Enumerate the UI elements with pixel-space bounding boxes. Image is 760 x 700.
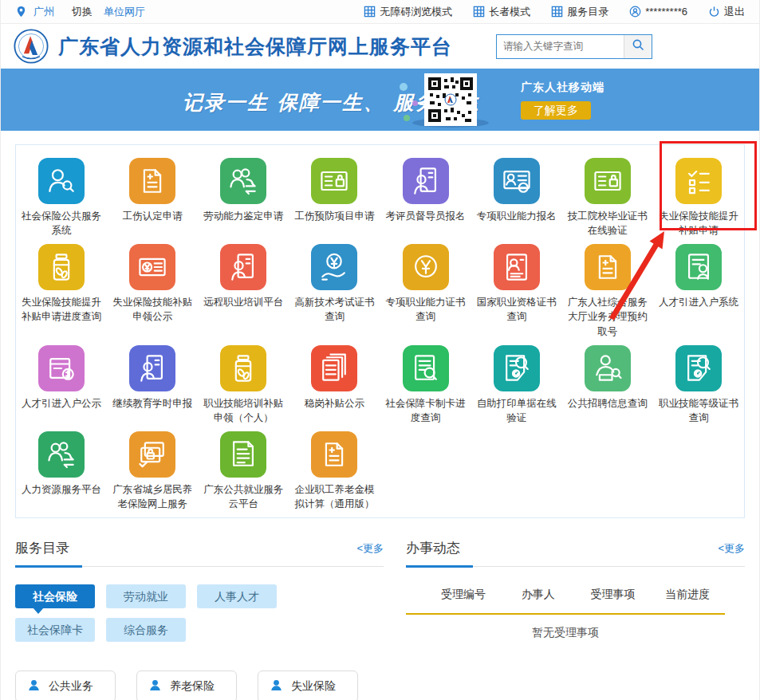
catalog-buttons: 公共业务养老保险失业保险工伤保险 [15,671,390,700]
service-tile[interactable]: 社会保险公共服务系统 [16,153,107,239]
service-tile[interactable]: 广东人社综合服务大厅业务办理预约取号 [562,239,653,340]
service-tile[interactable]: 远程职业培训平台 [198,239,289,340]
unit-portal-link[interactable]: 单位网厅 [104,5,145,19]
catalog-button[interactable]: 失业保险 [258,671,358,700]
doc-plus-icon [311,431,357,478]
service-tile[interactable]: 广东公共就业服务云平台 [198,427,289,513]
accessibility-mode-button[interactable]: 无障碍浏览模式 [364,5,452,19]
search-box [496,34,652,59]
activity-column-header: 受理事项 [576,588,651,602]
catalog-tab[interactable]: 劳动就业 [106,584,186,608]
service-tile[interactable]: 劳动能力鉴定申请 [198,153,289,239]
service-tile[interactable]: 社会保障卡制卡进度查询 [380,340,471,427]
service-tile[interactable]: 继续教育学时申报 [107,340,198,427]
service-tile[interactable]: 广东省城乡居民养老保险网上服务 [107,427,198,513]
learn-more-button[interactable]: 了解更多 [521,101,591,120]
people-arrows-icon [38,431,85,478]
doc-plus-icon [585,244,631,290]
catalog-more-link[interactable]: <更多 [356,541,384,556]
service-tile[interactable]: 企业职工养老金模拟计算（通用版） [289,427,380,513]
switch-link[interactable]: 切换 [72,5,93,19]
service-tile[interactable]: 职业技能培训补贴申领（个人） [198,340,289,427]
id-card-icon [494,158,540,204]
service-label: 国家职业资格证书查询 [475,295,559,324]
service-directory-button[interactable]: 服务目录 [551,5,608,19]
service-tile[interactable]: 自助打印单据在线验证 [471,340,562,427]
logout-label: 退出 [724,5,745,19]
activity-column-header: 受理编号 [426,588,501,602]
activity-more-link[interactable]: <更多 [718,541,745,556]
mobile-app-label: 广东人社移动端 [521,81,604,95]
search-icon [632,38,644,54]
catalog-tab[interactable]: 社会保险 [15,584,95,608]
service-tile[interactable]: 人才引进入户系统 [653,239,744,340]
user-icon [629,6,641,18]
service-label: 人才引进入户系统 [656,295,741,309]
service-label: 企业职工养老金模拟计算（通用版） [292,482,376,511]
user-account-button[interactable]: *********6 [629,6,687,18]
service-tile[interactable]: 失业保险技能提升补贴申请进度查询 [16,239,107,340]
person-icon [148,678,162,694]
search-button[interactable] [624,35,652,58]
promo-banner: 记录一生 保障一生、 服务一生 [1,69,759,131]
activity-title: 办事动态 [406,541,460,556]
activity-gold-divider [406,613,725,615]
service-directory-label: 服务目录 [567,5,608,19]
service-label: 失业保险技能提升补贴申请 [656,209,741,238]
person-doc-icon [403,158,449,204]
card-lock-check-icon [129,431,175,478]
catalog-title: 服务目录 [15,541,69,556]
catalog-tab[interactable]: 社会保障卡 [15,618,95,642]
catalog-tab[interactable]: 综合服务 [106,618,186,642]
username-label: *********6 [645,6,687,18]
catalog-button[interactable]: 养老保险 [136,671,237,700]
logout-button[interactable]: 退出 [708,5,745,19]
doc-search-icon [403,345,449,391]
service-label: 广东人社综合服务大厅业务办理预约取号 [565,295,650,338]
elder-mode-button[interactable]: 长者模式 [473,5,530,19]
search-input[interactable] [497,35,624,58]
service-tile[interactable]: 职业技能等级证书查询 [653,340,744,427]
checklist-icon [675,158,722,204]
activity-section: 办事动态 <更多 受理编号办事人受理事项当前进度 暂无受理事项 [406,539,745,700]
service-tile[interactable]: 公共招聘信息查询 [562,340,653,427]
recruit-search-icon [585,345,631,391]
person-doc-icon [220,244,266,290]
service-tile[interactable]: 高新技术考试证书查询 [289,239,380,340]
doc-search-at-icon [494,345,540,391]
service-label: 广东公共就业服务云平台 [201,482,285,511]
activity-table-header: 受理编号办事人受理事项当前进度 [406,588,745,602]
top-bar: 广州 切换 单位网厅 无障碍浏览模式 长者模式 服务目录 [1,0,759,24]
catalog-tab[interactable]: 人事人才 [197,584,277,608]
box-dollar-icon [38,345,85,391]
service-tile[interactable]: 稳岗补贴公示 [289,340,380,427]
doc-search-at-icon [675,345,722,391]
activity-empty-text: 暂无受理事项 [406,626,725,640]
service-tile[interactable]: 技工院校毕业证书在线验证 [562,153,653,239]
service-tile[interactable]: 考评员督导员报名 [380,153,471,239]
pill-bottle-icon [220,345,266,391]
service-tile[interactable]: 工伤认定申请 [107,153,198,239]
location-pin-icon [15,6,27,18]
service-tile[interactable]: 专项职业能力证书查询 [380,239,471,340]
location-label[interactable]: 广州 [33,5,54,19]
elder-mode-label: 长者模式 [489,5,530,19]
service-tile[interactable]: 专项职业能力报名 [471,153,562,239]
service-tile[interactable]: 失业保险技能补贴申领公示 [107,239,198,340]
card-lock-icon [585,158,631,204]
grid-icon [473,6,485,18]
service-label: 失业保险技能补贴申领公示 [110,295,195,324]
people-arrows-icon [220,158,266,204]
service-tile[interactable]: 失业保险技能提升补贴申请 [653,153,744,239]
service-tile[interactable]: 国家职业资格证书查询 [471,239,562,340]
service-tile[interactable]: 工伤预防项目申请 [289,153,380,239]
activity-column-header: 办事人 [501,588,576,602]
card-coin-icon [129,244,175,290]
service-tile[interactable]: 人才引进入户公示 [16,340,107,427]
qr-code [424,73,477,126]
catalog-button[interactable]: 公共业务 [15,671,116,700]
service-label: 人力资源服务平台 [19,482,104,497]
doc-plus-icon [129,158,175,204]
banner-decoration [404,115,410,121]
service-tile[interactable]: 人力资源服务平台 [16,427,107,513]
